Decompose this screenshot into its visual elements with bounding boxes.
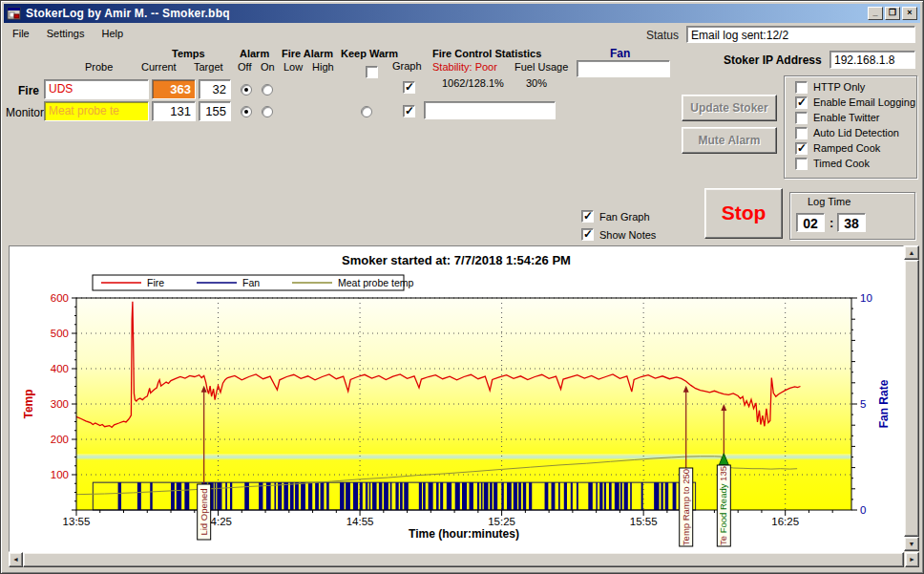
fire-probe-input[interactable]: UDS <box>44 79 149 99</box>
svg-text:5: 5 <box>860 398 866 410</box>
monitor-row-label: Monitor <box>6 106 44 119</box>
window-title: StokerLog by Amir M. -- Smoker.bbq <box>26 7 230 20</box>
header-fire-alarm: Fire Alarm <box>282 48 333 59</box>
close-button[interactable]: × <box>902 7 917 20</box>
enable-twitter-checkbox[interactable] <box>795 112 808 124</box>
stability-label: Stability: Poor <box>432 61 497 73</box>
http-only-checkbox[interactable] <box>795 81 808 94</box>
menu-help[interactable]: Help <box>93 26 132 41</box>
svg-text:13:55: 13:55 <box>63 516 91 527</box>
monitor-alarm-on-radio[interactable] <box>262 106 273 117</box>
show-notes-checkbox[interactable] <box>581 228 594 241</box>
monitor-target-input[interactable]: 155 <box>199 101 231 121</box>
header-alarm: Alarm <box>240 48 269 59</box>
fire-alarm-on-radio[interactable] <box>262 84 273 96</box>
fan-graph-checkbox[interactable] <box>581 210 594 223</box>
header-on: On <box>261 61 275 73</box>
monitor-note-input[interactable] <box>424 101 556 119</box>
svg-text:Fan: Fan <box>242 277 260 288</box>
chart-horizontal-scrollbar[interactable]: ◄ ► <box>9 552 919 567</box>
ramped-cook-checkbox[interactable] <box>795 142 808 155</box>
svg-text:Temp Ramp to 250: Temp Ramp to 250 <box>681 469 691 545</box>
menu-settings[interactable]: Settings <box>38 26 94 41</box>
fire-current-temp: 363 <box>152 79 196 99</box>
log-time-label: Log Time <box>808 196 850 207</box>
stop-button[interactable]: Stop <box>704 188 783 239</box>
log-time-minutes[interactable]: 38 <box>837 213 866 232</box>
horizontal-scroll-thumb[interactable] <box>23 552 904 567</box>
svg-text:200: 200 <box>51 434 69 445</box>
header-keep-warm: Keep Warm <box>341 48 398 59</box>
mute-alarm-button[interactable]: Mute Alarm <box>682 127 777 154</box>
enable-email-logging-checkbox[interactable] <box>795 96 808 109</box>
log-time-hours[interactable]: 02 <box>796 213 825 232</box>
svg-text:100: 100 <box>51 469 69 480</box>
svg-text:Smoker started at: 7/7/2018 1:: Smoker started at: 7/7/2018 1:54:26 PM <box>342 253 571 267</box>
svg-text:Lid Opened: Lid Opened <box>199 488 209 535</box>
enable-twitter-label: Enable Twitter <box>813 112 880 123</box>
stoker-ip-field[interactable]: 192.168.1.8 <box>830 51 915 69</box>
header-off: Off <box>238 61 251 73</box>
svg-text:Te Food Ready 135: Te Food Ready 135 <box>718 466 728 545</box>
fan-field[interactable] <box>577 60 670 77</box>
monitor-alarm-off-radio[interactable] <box>241 106 252 117</box>
enable-email-logging-label: Enable Email Logging <box>813 96 915 108</box>
maximize-button[interactable]: ❐ <box>885 7 900 20</box>
auto-lid-detection-checkbox[interactable] <box>795 127 808 139</box>
svg-text:14:55: 14:55 <box>346 516 374 527</box>
svg-text:Temp: Temp <box>22 389 35 418</box>
scroll-up-arrow[interactable]: ▲ <box>904 245 919 260</box>
fire-row-label: Fire <box>18 84 39 97</box>
header-high: High <box>312 61 334 73</box>
cook-chart: 13:5514:2514:5515:2515:5516:251002003004… <box>10 246 903 551</box>
svg-text:0: 0 <box>860 504 866 516</box>
stability-value: 1062/128.1% <box>442 77 504 89</box>
svg-text:300: 300 <box>51 398 69 410</box>
monitor-graph-checkbox[interactable] <box>403 105 415 117</box>
title-bar[interactable]: StokerLog by Amir M. -- Smoker.bbq _ ❐ × <box>4 4 920 23</box>
auto-lid-detection-label: Auto Lid Detection <box>813 127 899 138</box>
svg-text:Fan Rate: Fan Rate <box>877 379 891 428</box>
scroll-right-arrow[interactable]: ► <box>905 552 919 567</box>
minimize-button[interactable]: _ <box>868 7 883 20</box>
chart-vertical-scrollbar[interactable]: ▲ ▼ <box>904 245 919 552</box>
header-temps: Temps <box>172 48 205 59</box>
vertical-scroll-thumb[interactable] <box>904 260 919 537</box>
svg-text:Time (hour:minutes): Time (hour:minutes) <box>409 527 519 541</box>
svg-text:600: 600 <box>51 292 69 304</box>
status-label: Status <box>646 29 679 42</box>
fan-label: Fan <box>610 47 630 60</box>
timed-cook-label: Timed Cook <box>813 158 870 169</box>
fire-graph-checkbox[interactable] <box>403 81 415 94</box>
fire-alarm-off-radio[interactable] <box>241 84 252 96</box>
cook-chart-panel: 13:5514:2514:5515:2515:5516:251002003004… <box>9 245 904 552</box>
ramped-cook-label: Ramped Cook <box>813 142 880 154</box>
fuel-usage-label: Fuel Usage <box>514 61 568 73</box>
scroll-left-arrow[interactable]: ◄ <box>9 552 23 567</box>
stoker-ip-label: Stoker IP Address <box>724 53 822 67</box>
update-stoker-button[interactable]: Update Stoker <box>682 95 777 121</box>
svg-text:Meat probe temp: Meat probe temp <box>338 277 414 288</box>
fire-target-input[interactable]: 32 <box>199 79 231 99</box>
timed-cook-checkbox[interactable] <box>795 158 808 170</box>
app-icon <box>7 7 22 21</box>
fire-control-title: Fire Control Statistics <box>432 48 541 59</box>
menu-file[interactable]: File <box>4 26 38 41</box>
svg-text:500: 500 <box>51 328 69 339</box>
svg-text:15:25: 15:25 <box>488 516 515 527</box>
svg-text:10: 10 <box>860 292 872 304</box>
scroll-down-arrow[interactable]: ▼ <box>904 537 919 551</box>
app-window: StokerLog by Amir M. -- Smoker.bbq _ ❐ ×… <box>0 0 924 574</box>
status-field[interactable]: Email log sent:12/2 <box>686 26 915 43</box>
svg-text:Fire: Fire <box>147 277 164 288</box>
monitor-current-temp: 131 <box>152 101 196 121</box>
log-time-separator: : <box>830 216 833 230</box>
header-low: Low <box>284 61 303 73</box>
keep-warm-checkbox[interactable] <box>366 66 378 78</box>
monitor-keep-warm-radio[interactable] <box>361 106 372 117</box>
svg-text:15:55: 15:55 <box>630 516 658 527</box>
monitor-probe-input[interactable]: Meat probe te <box>44 101 149 121</box>
fuel-usage-value: 30% <box>526 77 547 89</box>
header-current: Current <box>141 61 177 73</box>
header-target: Target <box>194 61 223 73</box>
